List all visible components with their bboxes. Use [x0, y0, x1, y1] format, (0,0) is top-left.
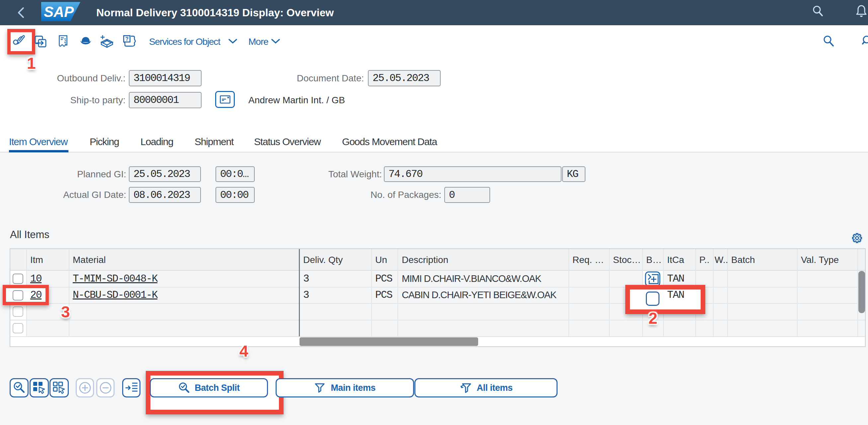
- svg-text:?: ?: [126, 36, 129, 42]
- svg-text:SAP: SAP: [44, 4, 74, 20]
